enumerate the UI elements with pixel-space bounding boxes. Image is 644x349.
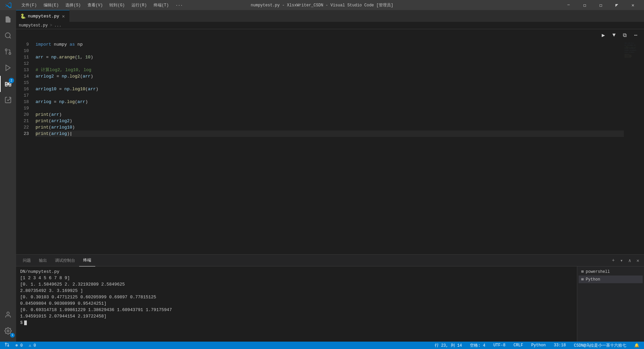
svg-point-13	[5, 343, 7, 344]
terminal-powershell[interactable]: ⊞ powershell	[579, 268, 643, 276]
vscode-logo	[3, 0, 13, 10]
activity-bar-bottom: 1	[0, 307, 16, 339]
accounts-icon[interactable]	[0, 307, 16, 323]
titlebar: 文件(F) 编辑(E) 选择(S) 查看(V) 转到(G) 运行(R) 终端(T…	[0, 0, 644, 10]
minimap: import numpy as np arr = np.arange(1, 10…	[624, 41, 644, 254]
terminal-line: 1.94591015 2.07944154 2.19722458]	[20, 313, 573, 319]
svg-point-0	[5, 33, 10, 38]
search-icon[interactable]	[0, 28, 16, 44]
svg-marker-5	[6, 65, 10, 71]
window-title: numpytest.py - XlsxWriter_CSDN - Visual …	[251, 2, 393, 8]
svg-point-12	[8, 345, 9, 347]
code-line: print(arrlog2)	[36, 118, 624, 124]
status-zoom[interactable]: 33:18	[552, 343, 568, 348]
status-bar: ⊗ 0 ⚠ 0 行 23, 列 14 空格: 4 UTF-8 CRLF Pyth…	[0, 342, 644, 349]
code-line	[36, 60, 624, 67]
editor-actions-bar: ▶ ▼ ⧉ ⋯	[16, 29, 644, 41]
source-control-icon[interactable]	[0, 44, 16, 60]
code-content[interactable]: import numpy as np arr = np.arange(1, 10…	[33, 41, 624, 254]
panel-tab-terminal[interactable]: 终端	[79, 255, 95, 266]
maximize-button[interactable]: ◻	[593, 0, 608, 10]
status-errors[interactable]: ⊗ 0	[13, 343, 25, 348]
status-line-ending[interactable]: CRLF	[512, 343, 525, 348]
code-line: # 计算log2, log10, log	[36, 67, 624, 73]
activity-bar: 2 1	[0, 10, 16, 342]
terminal-line: [0. 0.69314718 1.09861229 1.38629436 1.6…	[20, 307, 573, 313]
svg-point-11	[7, 330, 9, 332]
status-user[interactable]: CSDN@乌拉是小一茶十六拾七	[572, 343, 628, 348]
status-spaces[interactable]: 空格: 4	[468, 343, 487, 348]
breadcrumb-context[interactable]: ...	[54, 23, 62, 28]
restore-button[interactable]: ◻	[577, 0, 592, 10]
menu-terminal[interactable]: 终端(T)	[151, 2, 172, 9]
terminal-line: [1 2 3 4 5 6 7 8 9]	[20, 275, 573, 281]
breadcrumb-file[interactable]: numpytest.py	[19, 23, 48, 28]
panel-tab-problems[interactable]: 问题	[19, 255, 35, 266]
layout-button[interactable]: ◤	[609, 0, 625, 10]
code-line: import numpy as np	[36, 41, 624, 48]
svg-point-3	[5, 49, 7, 51]
panel-dropdown-button[interactable]: ▾	[618, 256, 625, 265]
titlebar-menu[interactable]: 文件(F) 编辑(E) 选择(S) 查看(V) 转到(G) 运行(R) 终端(T…	[19, 2, 185, 9]
status-right: 行 23, 列 14 空格: 4 UTF-8 CRLF Python 33:18…	[433, 343, 641, 348]
terminal-line: 0.84509804 0.90308999 0.95424251]	[20, 300, 573, 307]
terminal-content[interactable]: DN/numpytest.py[1 2 3 4 5 6 7 8 9][0. 1.…	[16, 266, 577, 342]
code-line	[36, 105, 624, 111]
settings-icon[interactable]: 1	[0, 323, 16, 339]
tab-bar: 🐍 numpytest.py ✕	[16, 10, 644, 22]
titlebar-left: 文件(F) 编辑(E) 选择(S) 查看(V) 转到(G) 运行(R) 终端(T…	[3, 0, 185, 10]
panel-maximize-button[interactable]: ∧	[626, 256, 633, 265]
code-line: arrlog10 = np.log10(arr)	[36, 86, 624, 92]
code-line: print(arr)	[36, 111, 624, 118]
status-branch-icon[interactable]	[3, 342, 11, 348]
powershell-label: powershell	[586, 269, 610, 274]
svg-rect-8	[5, 84, 7, 86]
tab-filename: numpytest.py	[28, 14, 59, 19]
panel-tab-output[interactable]: 输出	[35, 255, 51, 266]
explorer-icon[interactable]	[0, 11, 16, 28]
run-dropdown[interactable]: ▼	[610, 31, 619, 40]
split-editor-button[interactable]: ⧉	[620, 31, 629, 40]
more-actions-button[interactable]: ⋯	[631, 31, 640, 40]
terminal-python[interactable]: ⊞ Python	[579, 276, 643, 283]
extensions-icon[interactable]: 2	[0, 76, 16, 92]
tab-numpytest[interactable]: 🐍 numpytest.py ✕	[16, 10, 69, 22]
menu-edit[interactable]: 编辑(E)	[41, 2, 62, 9]
status-notification-bell[interactable]: 🔔	[632, 343, 641, 348]
menu-view[interactable]: 查看(V)	[85, 2, 106, 9]
titlebar-controls[interactable]: − ◻ ◻ ◤ ✕	[561, 0, 641, 10]
code-editor: 91011121314151617181920212223 import num…	[16, 41, 644, 254]
panel-tab-debug[interactable]: 调试控制台	[51, 255, 79, 266]
tab-close-button[interactable]: ✕	[61, 13, 65, 20]
panel-close-button[interactable]: ✕	[635, 256, 641, 265]
svg-point-10	[7, 312, 9, 314]
status-language[interactable]: Python	[529, 343, 548, 348]
status-warnings[interactable]: ⚠ 0	[27, 343, 38, 348]
editor-area: 🐍 numpytest.py ✕ numpytest.py > ... ▶ ▼ …	[16, 10, 644, 342]
add-terminal-button[interactable]: +	[610, 256, 616, 264]
menu-more[interactable]: ...	[173, 2, 185, 9]
run-button[interactable]: ▶	[599, 31, 608, 40]
terminal-cursor-line: $	[20, 319, 573, 326]
terminal-line: DN/numpytest.py	[20, 268, 573, 275]
run-debug-icon[interactable]	[0, 60, 16, 76]
menu-run[interactable]: 运行(R)	[129, 2, 150, 9]
code-line: arrlog = np.log(arr)	[36, 99, 624, 105]
code-line: print(arrlog)|	[36, 131, 624, 137]
testing-icon[interactable]	[0, 92, 16, 108]
minimize-button[interactable]: −	[561, 0, 576, 10]
menu-goto[interactable]: 转到(G)	[107, 2, 127, 9]
terminal-sidebar: ⊞ powershell ⊞ Python	[577, 266, 644, 342]
close-button[interactable]: ✕	[625, 0, 641, 10]
python-file-icon: 🐍	[20, 13, 26, 19]
status-encoding[interactable]: UTF-8	[491, 343, 507, 348]
status-line-col[interactable]: 行 23, 列 14	[433, 343, 464, 348]
code-line	[36, 80, 624, 86]
code-line: print(arrlog10)	[36, 124, 624, 131]
code-line	[36, 92, 624, 99]
menu-file[interactable]: 文件(F)	[19, 2, 40, 9]
svg-rect-9	[9, 84, 11, 86]
code-line: arrlog2 = np.log2(arr)	[36, 73, 624, 80]
code-line: arr = np.arange(1, 10)	[36, 54, 624, 60]
menu-select[interactable]: 选择(S)	[63, 2, 84, 9]
